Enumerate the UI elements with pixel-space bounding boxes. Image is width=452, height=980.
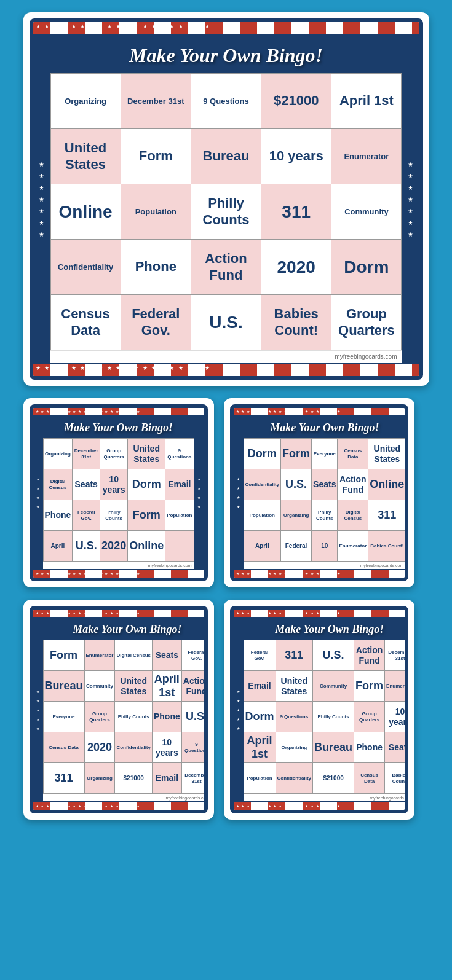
cell-text: $21000	[323, 775, 343, 782]
bingo-cell: Email	[165, 469, 194, 500]
bingo-cell: Philly Counts	[115, 702, 153, 732]
star-icon: ★	[237, 495, 240, 500]
bingo-cell: Philly Counts	[191, 184, 261, 240]
bingo-cell: April 1st	[153, 671, 182, 702]
bingo-cell: Digital Census	[115, 640, 153, 671]
bingo-cell: Enumerator	[385, 671, 408, 702]
card-title: Make Your Own Bingo!	[47, 623, 208, 636]
bingo-cell: April	[244, 531, 282, 562]
cell-text: April 1st	[154, 673, 180, 699]
card-title: Make Your Own Bingo!	[247, 421, 403, 434]
star-icon: ★	[197, 477, 200, 481]
cell-text: April 1st	[245, 734, 274, 761]
cell-text: 10 years	[386, 707, 408, 727]
bingo-cell: Philly Counts	[100, 500, 128, 531]
bingo-cell: U.S.	[313, 640, 354, 671]
bingo-cell: Bureau	[191, 129, 261, 184]
bingo-cell: Group Quarters	[331, 295, 402, 350]
bingo-cell: Enumerator	[338, 531, 368, 562]
left-star-col: ★ ★ ★ ★ ★ ★ ★	[33, 36, 50, 363]
bingo-cell: Census Data	[338, 439, 368, 469]
bingo-grid: DormFormEveryoneCensus DataUnited States…	[244, 438, 406, 562]
bingo-grid: OrganizingDecember 31stGroup QuartersUni…	[43, 438, 194, 562]
cell-text: Philly Counts	[101, 509, 126, 521]
star-icon: ★	[197, 486, 200, 490]
card-header: Make Your Own Bingo!	[50, 36, 402, 73]
card-footer: myfreebingocards.com	[244, 562, 406, 569]
bingo-cell: Enumerator	[85, 640, 116, 671]
cell-text: United States	[370, 444, 404, 465]
bingo-cell: United States	[276, 671, 314, 702]
cell-text: Babies Count!	[386, 772, 408, 784]
cell-text: Digital Census	[339, 509, 367, 521]
cell-text: 10	[321, 543, 328, 550]
cell-text: Community	[86, 683, 113, 689]
card-title: Make Your Own Bingo!	[55, 44, 397, 67]
star-icon: ★	[36, 726, 39, 731]
card-header: Make Your Own Bingo!	[244, 417, 406, 438]
star-icon: ★	[408, 173, 413, 179]
cell-text: 2020	[87, 741, 112, 755]
star-icon: ★	[39, 184, 44, 191]
bingo-card-5: ★ ★ ★ ★ ★ Make Your Own Bingo! Federal G…	[224, 600, 414, 820]
cell-text: 9 Questions	[183, 742, 208, 753]
cell-text: Action Fund	[339, 474, 367, 495]
cell-text: 9 Questions	[167, 448, 192, 460]
bingo-cell: Bureau	[313, 732, 354, 763]
cell-text: Enumerator	[386, 683, 408, 689]
bingo-cell: Federal Gov.	[121, 295, 191, 350]
bingo-cell: Online	[368, 469, 406, 500]
footer-url: myfreebingocards.com	[166, 796, 208, 800]
cell-text: Organizing	[283, 512, 309, 519]
cell-text: Form	[139, 148, 173, 164]
bingo-cell	[165, 531, 194, 562]
bottom-stripe	[33, 801, 204, 810]
cell-text: $21000	[274, 93, 319, 109]
cell-text: Digital Census	[45, 479, 71, 490]
cell-text: 311	[378, 509, 396, 522]
cell-text: Enumerator	[86, 653, 114, 659]
bingo-cell: Everyone	[44, 702, 85, 732]
bingo-cell: Seats	[73, 469, 100, 500]
bingo-cell: 10 years	[153, 732, 182, 763]
bingo-cell: U.S.	[281, 469, 312, 500]
cell-text: Phone	[135, 259, 176, 275]
cell-text: Federal Gov.	[74, 509, 98, 521]
bingo-cell: December 31st	[121, 74, 191, 129]
bingo-card-3: ★ ★ ★ ★ Make Your Own Bingo! DormFormEve…	[224, 398, 414, 587]
bingo-cell: Digital Census	[338, 500, 368, 531]
bingo-cell: Organizing	[276, 732, 314, 763]
cell-text: Seats	[313, 479, 336, 490]
cell-text: Philly Counts	[318, 714, 349, 720]
bingo-cell: Dorm	[331, 240, 402, 295]
bingo-grid: OrganizingDecember 31st9 Questions$21000…	[50, 73, 402, 350]
cell-text: Organizing	[65, 96, 106, 106]
cell-text: Census Data	[355, 772, 383, 784]
bingo-cell: Organizing	[44, 439, 73, 469]
bingo-cell: Babies Count!	[385, 763, 408, 794]
left-star-col: ★ ★ ★ ★	[33, 417, 43, 569]
bingo-cell: 9 Questions	[191, 74, 261, 129]
cell-text: Group Quarters	[334, 306, 398, 339]
bingo-cell: Email	[244, 671, 276, 702]
bingo-cell: Phone	[44, 500, 73, 531]
cell-text: Enumerator	[339, 543, 367, 549]
bingo-cell: Phone	[354, 732, 385, 763]
cell-text: Phone	[45, 510, 71, 520]
cell-text: Organizing	[281, 745, 307, 751]
cell-text: Seats	[389, 742, 408, 753]
bingo-cell: 311	[368, 500, 406, 531]
bingo-cell: Confidentiality	[276, 763, 314, 794]
bingo-cell: Action Fund	[182, 671, 208, 702]
cell-text: Dorm	[245, 710, 274, 724]
cell-text: Form	[50, 649, 77, 662]
star-icon: ★	[36, 689, 39, 694]
bingo-cell: 9 Questions	[276, 702, 314, 732]
star-icon: ★	[408, 219, 413, 226]
bingo-cell: Organizing	[85, 763, 116, 794]
footer-url: myfreebingocards.com	[335, 353, 397, 360]
bingo-cell: Form	[354, 671, 385, 702]
small-cards-row-2: ★ ★ ★ ★ ★ Make Your Own Bingo! FormEnume…	[23, 600, 429, 820]
cell-text: Federal Gov.	[183, 649, 208, 661]
bingo-cell: 2020	[261, 240, 331, 295]
